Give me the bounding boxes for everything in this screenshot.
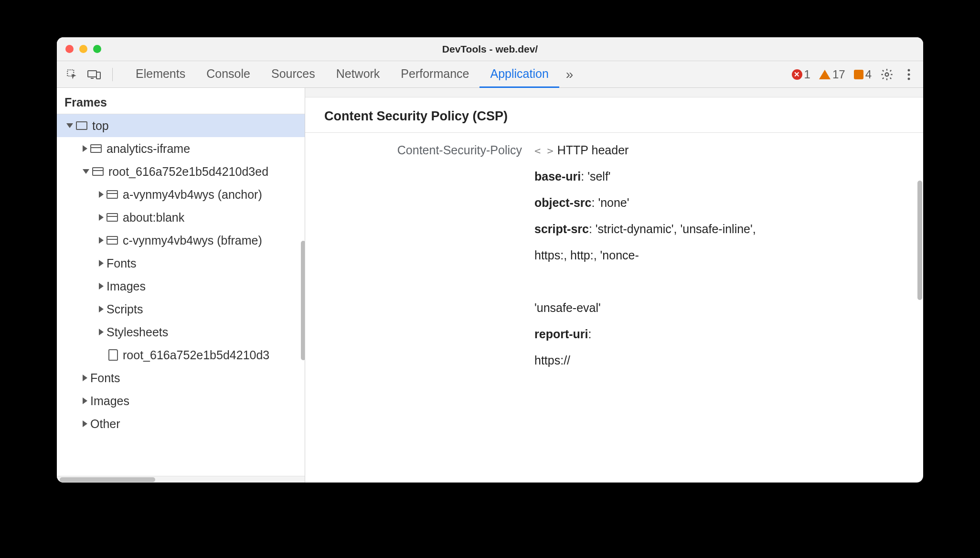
tree-item-label: root_616a752e1b5d4210d3ed [108, 165, 268, 179]
tree-item[interactable]: Stylesheets [57, 321, 305, 343]
csp-directive-row [324, 275, 904, 289]
directive-label-spacer [324, 196, 534, 210]
disclosure-triangle-icon[interactable] [83, 375, 87, 381]
svg-point-6 [908, 77, 910, 80]
tab-application[interactable]: Application [479, 61, 559, 88]
csp-directive: base-uri: 'self' [534, 170, 904, 183]
errors-counter[interactable]: ✕ 1 [792, 68, 810, 81]
details-v-scrollbar[interactable] [917, 181, 922, 300]
titlebar: DevTools - web.dev/ [57, 37, 923, 61]
directive-label-spacer [324, 354, 534, 367]
directive-name: script-src [534, 222, 589, 236]
window-title: DevTools - web.dev/ [57, 43, 923, 55]
warnings-count: 17 [832, 68, 845, 81]
toolbar-divider [112, 68, 113, 81]
warnings-counter[interactable]: 17 [819, 68, 845, 81]
directive-label-spacer [324, 248, 534, 262]
tree-item-label: a-vynmy4vb4wys (anchor) [123, 188, 262, 202]
more-options-button[interactable] [902, 68, 916, 81]
more-tabs-button[interactable]: » [566, 67, 572, 82]
tree-item-label: Fonts [90, 371, 120, 385]
tree-item-label: about:blank [123, 211, 184, 225]
csp-directive-row: object-src: 'none' [324, 196, 904, 210]
disclosure-triangle-icon[interactable] [99, 260, 104, 267]
inspect-element-icon[interactable] [64, 67, 80, 82]
document-icon [108, 349, 118, 361]
tree-item-label: Other [90, 417, 120, 431]
h-scroll-thumb[interactable] [60, 477, 155, 482]
content-area: Frames topanalytics-iframeroot_616a752e1… [57, 88, 923, 483]
tree-item[interactable]: c-vynmy4vb4wys (bframe) [57, 229, 305, 252]
directive-name: base-uri [534, 170, 581, 183]
tree-item-label: c-vynmy4vb4wys (bframe) [123, 234, 262, 247]
csp-directive-row: https:// [324, 354, 904, 367]
tree-item[interactable]: root_616a752e1b5d4210d3 [57, 343, 305, 366]
directive-value: : 'strict-dynamic', 'unsafe-inline', [589, 222, 756, 236]
tab-elements[interactable]: Elements [125, 61, 196, 88]
directive-name: report-uri [534, 327, 588, 341]
tab-sources[interactable]: Sources [261, 61, 326, 88]
settings-button[interactable] [880, 68, 894, 81]
tree-item[interactable]: Other [57, 412, 305, 435]
iframe-icon [107, 213, 118, 222]
tree-item-label: Images [107, 279, 146, 293]
sidebar-h-scrollbar[interactable] [57, 476, 305, 483]
disclosure-triangle-icon[interactable] [99, 329, 104, 335]
errors-count: 1 [804, 68, 810, 81]
tree-item[interactable]: Images [57, 389, 305, 412]
disclosure-triangle-icon[interactable] [83, 397, 87, 404]
disclosure-triangle-icon[interactable] [83, 420, 87, 427]
directive-label-spacer [324, 327, 534, 341]
issue-icon [854, 70, 863, 79]
tab-network[interactable]: Network [326, 61, 391, 88]
csp-directive: https:, http:, 'nonce- [534, 248, 904, 262]
iframe-icon [107, 190, 118, 199]
csp-directive-row: script-src: 'strict-dynamic', 'unsafe-in… [324, 222, 904, 236]
warning-icon [819, 70, 831, 79]
directive-name: object-src [534, 196, 591, 209]
issues-count: 4 [865, 68, 872, 81]
csp-directive: report-uri: [534, 327, 904, 341]
tree-item[interactable]: Images [57, 275, 305, 298]
csp-directive-row: base-uri: 'self' [324, 170, 904, 183]
csp-detail-label: Content-Security-Policy [324, 143, 534, 157]
tree-item[interactable]: top [57, 114, 305, 137]
devtools-window: DevTools - web.dev/ ElementsConsoleSourc… [57, 37, 923, 483]
tree-item[interactable]: Fonts [57, 252, 305, 275]
main-gap [305, 88, 923, 97]
disclosure-triangle-icon[interactable] [99, 214, 104, 221]
disclosure-triangle-icon[interactable] [99, 306, 104, 312]
directive-label-spacer [324, 275, 534, 289]
sidebar-resize-handle[interactable] [301, 241, 305, 360]
frames-tree: topanalytics-iframeroot_616a752e1b5d4210… [57, 114, 305, 476]
tab-performance[interactable]: Performance [390, 61, 479, 88]
svg-rect-2 [96, 72, 100, 79]
disclosure-triangle-icon[interactable] [83, 169, 89, 174]
svg-rect-1 [88, 71, 96, 77]
tree-item[interactable]: Scripts [57, 298, 305, 321]
tree-item-label: root_616a752e1b5d4210d3 [123, 348, 269, 362]
tree-item-label: Images [90, 394, 129, 408]
disclosure-triangle-icon[interactable] [99, 283, 104, 290]
tab-console[interactable]: Console [196, 61, 261, 88]
tree-item[interactable]: a-vynmy4vb4wys (anchor) [57, 183, 305, 206]
disclosure-triangle-icon[interactable] [99, 237, 104, 244]
devtools-toolbar: ElementsConsoleSourcesNetworkPerformance… [57, 61, 923, 88]
disclosure-triangle-icon[interactable] [66, 123, 73, 128]
tree-item[interactable]: Fonts [57, 366, 305, 389]
code-icon: < > [534, 145, 554, 157]
directive-value [534, 275, 538, 288]
frames-sidebar: Frames topanalytics-iframeroot_616a752e1… [57, 88, 305, 483]
issues-counter[interactable]: 4 [854, 68, 872, 81]
tree-item[interactable]: about:blank [57, 206, 305, 229]
directive-value: 'unsafe-eval' [534, 301, 601, 314]
csp-detail-source: < >HTTP header [534, 143, 904, 157]
tree-item[interactable]: analytics-iframe [57, 137, 305, 160]
disclosure-triangle-icon[interactable] [83, 145, 87, 152]
tree-item[interactable]: root_616a752e1b5d4210d3ed [57, 160, 305, 183]
csp-details: Content-Security-Policy < >HTTP header b… [305, 133, 923, 483]
disclosure-triangle-icon[interactable] [99, 191, 104, 198]
iframe-icon [90, 144, 102, 153]
device-toolbar-icon[interactable] [86, 67, 102, 82]
csp-directive-row: https:, http:, 'nonce- [324, 248, 904, 262]
